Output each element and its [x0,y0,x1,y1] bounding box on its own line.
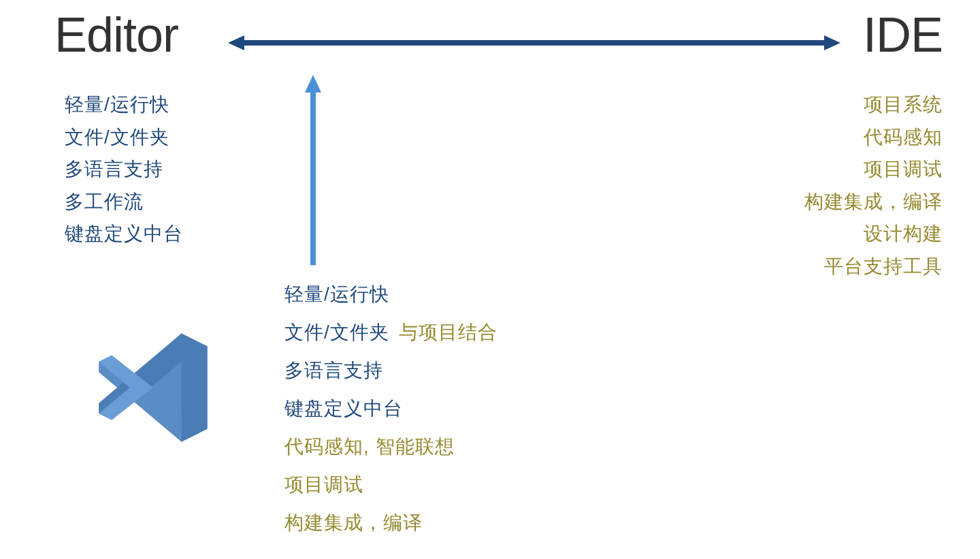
ide-title: IDE [863,7,943,63]
vscode-feature-row: 文件/文件夹与项目结合 [284,314,497,352]
vertical-up-arrow-icon [303,75,323,265]
vscode-features-list: 轻量/运行快 文件/文件夹与项目结合 多语言支持 键盘定义中台 代码感知, 智能… [284,275,497,542]
ide-feature-item: 平台支持工具 [804,250,943,283]
editor-features-list: 轻量/运行快 文件/文件夹 多语言支持 多工作流 键盘定义中台 [65,88,183,250]
ide-feature-item: 项目调试 [804,153,943,186]
feature-editor-part: 多语言支持 [284,360,383,381]
svg-marker-1 [228,35,244,50]
editor-feature-item: 轻量/运行快 [65,88,183,121]
vscode-logo-icon [88,323,218,452]
ide-feature-item: 构建集成，编译 [804,186,943,218]
horizontal-double-arrow-icon [228,33,840,53]
ide-feature-item: 项目系统 [804,88,943,121]
svg-marker-2 [824,35,840,50]
svg-marker-4 [305,75,321,92]
vscode-feature-row: 代码感知, 智能联想 [284,428,497,466]
editor-feature-item: 键盘定义中台 [65,218,183,250]
ide-features-list: 项目系统 代码感知 项目调试 构建集成，编译 设计构建 平台支持工具 [804,88,943,283]
editor-feature-item: 多语言支持 [65,153,183,186]
vscode-feature-row: 构建集成，编译 [284,504,497,542]
editor-title: Editor [54,7,178,63]
feature-ide-part: 与项目结合 [399,322,497,343]
vscode-feature-row: 项目调试 [284,466,497,504]
feature-ide-part: 代码感知, 智能联想 [284,436,455,457]
feature-ide-part: 构建集成，编译 [284,512,423,533]
feature-editor-part: 文件/文件夹 [284,322,389,343]
ide-feature-item: 代码感知 [804,121,943,154]
feature-editor-part: 轻量/运行快 [284,284,389,305]
vscode-feature-row: 键盘定义中台 [284,390,497,428]
vscode-feature-row: 轻量/运行快 [284,275,497,314]
ide-feature-item: 设计构建 [804,218,943,250]
vscode-feature-row: 多语言支持 [284,352,497,390]
editor-feature-item: 多工作流 [65,186,183,218]
feature-editor-part: 键盘定义中台 [284,398,403,419]
editor-feature-item: 文件/文件夹 [65,121,183,154]
feature-ide-part: 项目调试 [284,474,363,495]
